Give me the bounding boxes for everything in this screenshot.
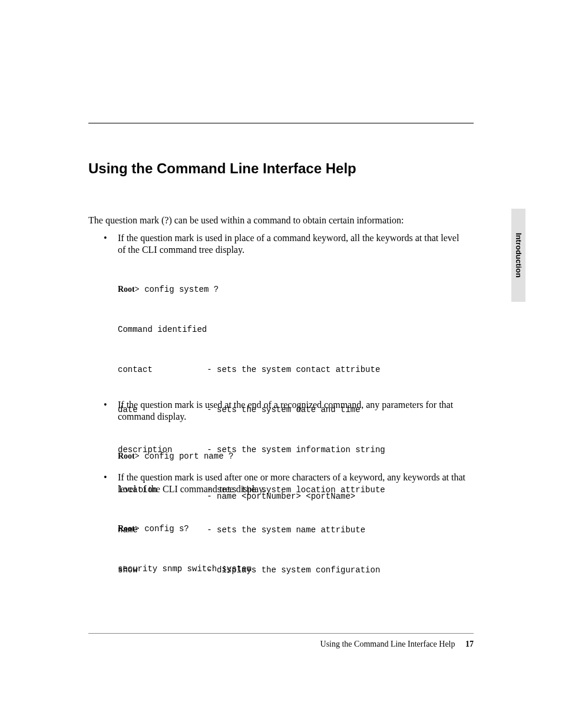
cli-prompt: Root> — [118, 285, 140, 294]
cli-command: config system ? — [140, 285, 219, 294]
cli-prompt: Root> — [118, 524, 140, 533]
cli-command: config port name ? — [140, 452, 234, 461]
cli-output-line: contact - sets the system contact attrib… — [118, 363, 468, 376]
cli-prompt: Root> — [118, 452, 140, 460]
bullet-icon: • — [104, 232, 118, 256]
section-tab-label: Introduction — [514, 233, 523, 278]
section-tab: Introduction — [511, 209, 525, 302]
code-block-3: Root> config s? security snmp switch sys… — [118, 503, 468, 594]
intro-paragraph: The question mark (?) can be used within… — [88, 215, 468, 226]
cli-output-line: security snmp switch system — [118, 562, 468, 575]
bullet-3: • If the question mark is used after one… — [104, 472, 468, 594]
bottom-rule — [88, 633, 474, 634]
bullet-icon: • — [104, 472, 118, 495]
bullet-3-text: If the question mark is used after one o… — [118, 472, 468, 495]
bullet-2-text: If the question mark is used at the end … — [118, 399, 468, 423]
page-number: 17 — [465, 640, 474, 648]
document-page: Using the Command Line Interface Help Th… — [0, 0, 562, 728]
footer-title: Using the Command Line Interface Help — [320, 640, 455, 648]
page-footer: Using the Command Line Interface Help 17 — [88, 640, 474, 649]
bullet-icon: • — [104, 399, 118, 423]
cli-command: config s? — [140, 524, 189, 533]
cli-output-line: Command identified — [118, 323, 468, 336]
top-rule — [88, 123, 474, 124]
page-heading: Using the Command Line Interface Help — [88, 160, 468, 177]
bullet-1-text: If the question mark is used in place of… — [118, 232, 468, 256]
